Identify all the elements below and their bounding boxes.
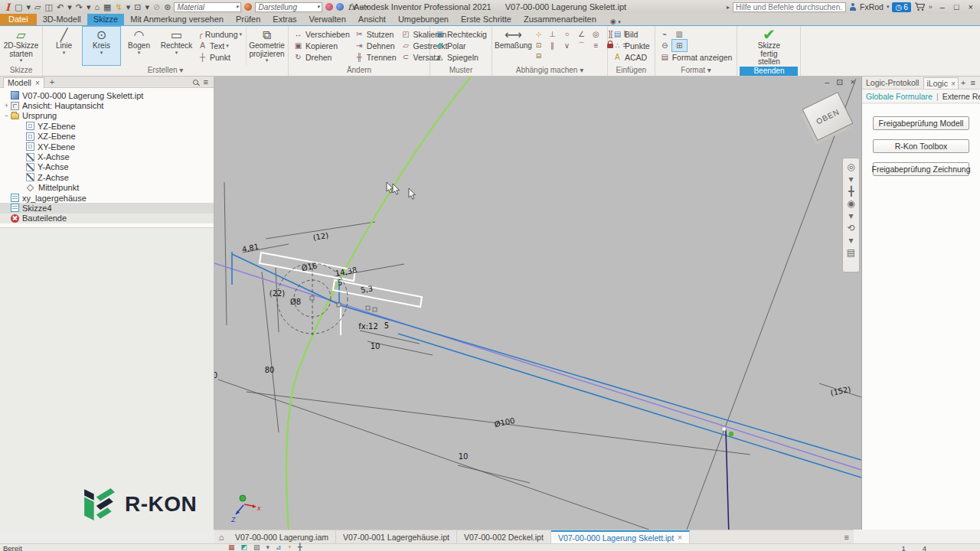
user-caret-icon[interactable]: ▾ [887,4,890,10]
dimension-80[interactable]: 80 [265,366,275,374]
endpoint-handle[interactable] [722,427,726,431]
centerpoint-icon[interactable]: ⊞ [672,40,687,51]
doc-restore-icon[interactable]: ⊡ [836,77,843,87]
constraint-status-icon[interactable]: ◩ [241,543,248,551]
construction-line-icon[interactable]: ⌁ [658,28,672,40]
polar-pattern[interactable]: ❖Polar [433,40,489,51]
appearance-combo[interactable]: Darstellung▾ [255,2,322,12]
close-button[interactable]: × [964,2,978,11]
insert-image[interactable]: ▤Bild [610,28,652,40]
tangent-constraint-icon[interactable]: ○ [560,28,574,40]
tab-logic-protokoll[interactable]: Logic-Protokoll [864,77,921,88]
ilogic-add-tab-icon[interactable]: + [961,78,965,87]
tab-verwalten[interactable]: Verwalten [303,14,352,25]
concentric-constraint-icon[interactable]: ◎ [589,28,603,40]
ribbon-display-toggle-icon[interactable]: ◉ ▾ [610,18,621,25]
dimension-10[interactable]: 10 [371,342,381,350]
dof-icon[interactable]: ▧ [253,543,260,551]
auto-dimension-icon[interactable]: ⊹ [532,29,545,40]
slice-graphics-icon[interactable]: ⊿ [276,543,282,551]
split-tool[interactable]: ╫Trennen [352,51,399,63]
start-2d-sketch[interactable]: ▱2D-Skizze starten▾ [2,27,40,65]
tree-ursprung[interactable]: −Ursprung [0,111,214,121]
tree-y-achse[interactable]: Y-Achse [0,162,214,172]
dimension-fx-12[interactable]: fx:12 [358,322,378,331]
browser-add-tab-icon[interactable]: + [47,77,57,86]
status-caret-icon[interactable]: ▾ [266,543,270,551]
finish-sketch[interactable]: ✔Skizze fertig stellen [750,27,788,67]
fillet-tool[interactable]: ╭Rundung▾ [195,28,244,40]
appearance-sphere2-icon[interactable] [336,3,344,11]
qat-customize-caret-icon[interactable]: ▾ [366,4,369,11]
disabled-icon[interactable]: ⊘ [152,1,162,13]
material-sphere-icon[interactable] [244,3,252,11]
green-circle[interactable] [286,77,475,530]
project-geometry[interactable]: ⧉Geometrie projizieren▾ [248,27,286,65]
constraint-settings-icon[interactable]: ⊟ [532,51,545,61]
grid-snap-icon[interactable]: ▦ [228,543,235,551]
browser-tab-modell[interactable]: Modell× [3,77,44,88]
browser-search-icon[interactable] [193,80,198,85]
btn-freigabepruefung-zeichnung[interactable]: Freigabeprüfung Zeichnung [873,162,969,176]
minimize-button[interactable]: – [936,2,949,11]
app-store-cart-icon[interactable] [914,2,926,11]
web-help-icon[interactable]: ⊛ [162,1,172,13]
orbit-icon[interactable]: ⟲ [847,223,854,233]
extend-tool[interactable]: ⇥Dehnen [352,40,399,51]
circle-tool[interactable]: ⊙Kreis▾ [83,27,120,65]
perpendicular-constraint-icon[interactable]: ∠ [574,28,589,40]
sketch-point-handles[interactable] [310,296,377,311]
qat-add-icon[interactable]: + [358,3,366,11]
tree-yz-ebene[interactable]: YZ-Ebene [0,121,214,131]
doctab-lagerung-skelett[interactable]: V07-00-000 Lagerung Skelett.ipt× [551,530,690,543]
tab-pruefen[interactable]: Prüfen [230,14,266,25]
ilogic-menu-icon[interactable]: ≡ [971,78,978,87]
horizontal-constraint-icon[interactable]: ≡ [589,40,603,51]
status-move-icon[interactable]: ╋ [298,543,302,551]
subtab-externe-regeln[interactable]: Externe Regeln [942,92,980,101]
line-tool[interactable]: ╱Linie▾ [45,27,83,65]
doctab-deckel[interactable]: V07-00-002 Deckel.ipt [457,530,551,543]
ilogic-trigger-icon[interactable]: ↯ [113,1,123,13]
thumbnail-icon[interactable]: ▦ [102,1,113,13]
import-points[interactable]: ∴Punkte [610,40,652,51]
new-caret-icon[interactable]: ▾ [25,1,33,13]
tree-xy-lagergehaeuse[interactable]: xy_lagergehäuse [0,193,214,203]
notification-badge[interactable]: ◷6 [892,2,910,12]
dimension-tool[interactable]: ⟷Bemaßung [495,27,532,65]
copy-tool[interactable]: ▣Kopieren [291,40,352,51]
sketch-canvas[interactable]: – ⊡ × OBEN ◎▾╋◉▾⟲▾▤ x Z (12)4,81Ø1614,38… [214,77,861,530]
rectangular-pattern[interactable]: ▦Rechteckig [433,28,489,40]
smooth-constraint-icon[interactable]: ⌒ [574,40,589,51]
collinear-constraint-icon[interactable]: ∨ [560,40,574,51]
tree-x-achse[interactable]: X-Achse [0,152,214,161]
precise-input-icon[interactable]: + [288,543,292,551]
home-icon[interactable]: ⌂ [93,1,101,13]
point-tool[interactable]: ┼Punkt [195,51,244,63]
look-at-icon[interactable]: ▤ [847,247,855,258]
show-constraints-icon[interactable]: ⊡ [532,40,545,51]
tree-z-achse[interactable]: Z-Achse [0,172,214,182]
doc-minimize-icon[interactable]: – [825,77,829,87]
appearance-sphere-icon[interactable] [325,3,333,11]
tab-umgebungen[interactable]: Umgebungen [392,14,455,25]
undo-icon[interactable]: ↶ [55,1,65,13]
material-combo[interactable]: Material▾ [174,2,241,12]
sketch-geometry[interactable] [214,77,861,530]
driven-dim-icon[interactable]: ▥ [672,28,687,40]
tree-root-part[interactable]: V07-00-000 Lagerung Skelett.ipt [0,90,214,100]
tab-anmerkung[interactable]: Mit Anmerkung versehen [124,14,230,25]
toolbar-overflow-icon[interactable]: » [929,3,933,11]
zoom-icon[interactable]: ◉ [847,198,854,209]
parallel-constraint-icon[interactable]: ∥ [545,40,560,51]
tab-skizze[interactable]: Skizze [87,14,124,25]
dimension-8[interactable]: Ø8 [290,298,301,306]
btn-rkon-toolbox[interactable]: R-Kon Toolbox [873,139,969,153]
navigation-wheel-icon[interactable]: ◎ [847,161,854,172]
help-search-input[interactable] [733,2,846,12]
dimension-0[interactable]: 0 [214,371,217,380]
tab-ansicht[interactable]: Ansicht [352,14,392,25]
dimension-10[interactable]: 10 [459,452,469,461]
tab-zusammenarbeiten[interactable]: Zusammenarbeiten [518,14,603,25]
undo-caret-icon[interactable]: ▾ [66,1,74,13]
